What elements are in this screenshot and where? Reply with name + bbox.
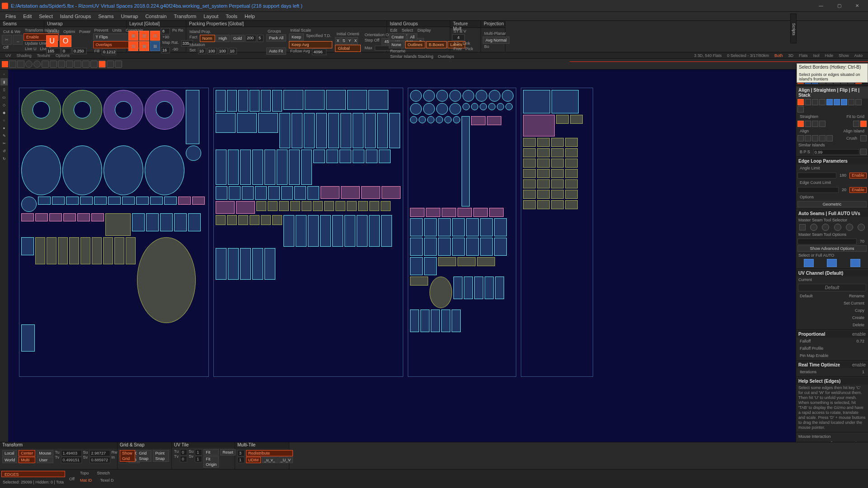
sel-paint-icon[interactable] xyxy=(58,61,65,68)
window-title: E:/Artstation ads/Spider5.fbx - RizomUV … xyxy=(11,3,302,9)
sim-go-icon[interactable] xyxy=(860,149,867,155)
pack-button-3[interactable]: ▤ xyxy=(150,31,160,41)
showgrid-button[interactable]: Show Grid xyxy=(120,450,135,462)
sel-poly-icon[interactable] xyxy=(42,61,49,68)
pack-button-1[interactable]: ▦ xyxy=(128,31,138,41)
menu-seams[interactable]: Seams xyxy=(94,13,117,20)
angle-enable-button[interactable]: Enable xyxy=(849,173,867,178)
uv-default-select[interactable]: Default xyxy=(798,284,866,291)
sel-tool-e-icon[interactable] xyxy=(115,61,122,68)
tool-9[interactable]: ✂ xyxy=(0,140,8,147)
uv-viewport[interactable] xyxy=(8,70,796,482)
menu-files[interactable]: Files xyxy=(2,13,19,20)
tool-11[interactable]: ↻ xyxy=(0,155,8,162)
sel-lasso-icon[interactable] xyxy=(50,61,57,68)
al-2-icon[interactable] xyxy=(805,135,811,141)
unfold-button[interactable]: U xyxy=(46,35,58,47)
pack-button-6[interactable]: ▦ xyxy=(150,41,160,51)
tool-5[interactable]: ◆ xyxy=(0,109,8,116)
close-button[interactable]: ✕ xyxy=(848,1,866,10)
show-advanced-button[interactable]: Show Advanced Options xyxy=(797,245,867,252)
tool-island[interactable]: ▭ xyxy=(0,94,8,101)
as-c5-icon[interactable] xyxy=(858,224,865,231)
global-button[interactable]: Global xyxy=(335,45,360,52)
count-enable-button[interactable]: Enable xyxy=(849,187,867,193)
redistribute-button[interactable]: Redistribute xyxy=(246,450,293,456)
norm-button[interactable]: Norm xyxy=(200,35,215,42)
str-3-icon[interactable] xyxy=(812,121,818,127)
align-2-icon[interactable] xyxy=(805,99,811,105)
str-2-icon[interactable] xyxy=(805,121,811,127)
menu-help[interactable]: Help xyxy=(241,13,259,20)
keepavg-button[interactable]: Keep Avg xyxy=(289,41,332,48)
sel-circle2-icon[interactable] xyxy=(33,61,41,68)
align-10-icon[interactable] xyxy=(797,106,804,113)
as-c1-icon[interactable] xyxy=(810,224,817,231)
optimize-button[interactable]: O xyxy=(60,35,71,47)
pack-button-5[interactable]: ▩ xyxy=(139,41,149,51)
menu-tools[interactable]: Tools xyxy=(222,13,241,20)
tool-edge[interactable]: ▮ xyxy=(0,78,8,85)
menu-edit[interactable]: Edit xyxy=(19,13,35,20)
cut-tool-icon[interactable]: ✂ xyxy=(2,35,12,45)
maximize-button[interactable]: ▢ xyxy=(830,1,848,10)
pack-button-4[interactable]: ▥ xyxy=(128,41,138,51)
tool-10[interactable]: ↺ xyxy=(0,147,8,155)
weld-tool-icon[interactable]: ⎯ xyxy=(13,35,23,45)
tool-7[interactable]: ● xyxy=(0,124,8,131)
align-8-icon[interactable] xyxy=(848,99,854,105)
sel-tool-b-icon[interactable] xyxy=(82,61,90,68)
fullauto-1-icon[interactable] xyxy=(804,259,814,267)
align-1-icon[interactable] xyxy=(797,99,804,105)
tool-vertex[interactable]: ▫ xyxy=(0,70,8,78)
menu-layout[interactable]: Layout xyxy=(200,13,222,20)
align-4-icon[interactable] xyxy=(819,99,826,105)
scripts-tab[interactable]: Scripts xyxy=(790,14,797,43)
geometric-button[interactable]: Geometric xyxy=(797,201,867,207)
align-6-icon[interactable] xyxy=(834,99,840,105)
menu-select[interactable]: Select xyxy=(35,13,57,20)
minimize-button[interactable]: — xyxy=(812,1,830,10)
sel-wand-icon[interactable] xyxy=(66,61,73,68)
as-c2-icon[interactable] xyxy=(822,224,829,231)
fullauto-3-icon[interactable] xyxy=(850,259,860,267)
menu-constrain[interactable]: Constrain xyxy=(142,13,170,20)
fullauto-2-icon[interactable] xyxy=(827,259,837,267)
align-7-icon[interactable] xyxy=(841,99,847,105)
sel-tool-a-icon[interactable] xyxy=(74,61,81,68)
menu-unwrap[interactable]: Unwrap xyxy=(118,13,142,20)
align-5-icon[interactable] xyxy=(826,99,833,105)
tool-6[interactable]: ○ xyxy=(0,117,8,124)
sel-tool-c-icon[interactable] xyxy=(90,61,98,68)
group-projection: Projection Multi-Planar Avg Normal Bo xyxy=(481,21,505,52)
packall-button[interactable]: Pack All xyxy=(266,34,286,42)
sel-rect-icon[interactable] xyxy=(9,61,16,68)
as-box-icon[interactable] xyxy=(799,224,806,230)
align-3-icon[interactable] xyxy=(812,99,818,105)
mode-edges-badge[interactable]: EDGES xyxy=(1,471,65,477)
as-c4-icon[interactable] xyxy=(846,224,853,231)
sel-circle-icon[interactable] xyxy=(25,61,33,68)
str-4-icon[interactable] xyxy=(819,121,826,127)
fit-2-icon[interactable] xyxy=(860,121,867,127)
sel-rect2-icon[interactable] xyxy=(17,61,24,68)
al-5-icon[interactable] xyxy=(826,135,833,141)
menu-island-groups[interactable]: Island Groups xyxy=(57,13,94,20)
tool-face[interactable]: ▯ xyxy=(0,86,8,93)
crush-icon[interactable] xyxy=(860,135,867,141)
align-9-icon[interactable] xyxy=(855,99,862,105)
autofit-button[interactable]: Auto Fit xyxy=(266,47,286,55)
fit-1-icon[interactable] xyxy=(853,121,859,127)
str-1-icon[interactable] xyxy=(797,121,804,127)
al-4-icon[interactable] xyxy=(819,135,826,141)
pack-button-2[interactable]: ▧ xyxy=(139,31,149,41)
sel-tool-d-icon[interactable] xyxy=(107,61,114,68)
tool-4[interactable]: ◇ xyxy=(0,101,8,108)
as-c3-icon[interactable] xyxy=(834,224,841,231)
menu-transform[interactable]: Transform xyxy=(170,13,200,20)
sel-active-icon[interactable] xyxy=(99,61,106,68)
al-1-icon[interactable] xyxy=(797,135,804,141)
al-3-icon[interactable] xyxy=(812,135,818,141)
pointer-icon[interactable] xyxy=(2,61,8,67)
tool-8[interactable]: ✎ xyxy=(0,132,8,139)
